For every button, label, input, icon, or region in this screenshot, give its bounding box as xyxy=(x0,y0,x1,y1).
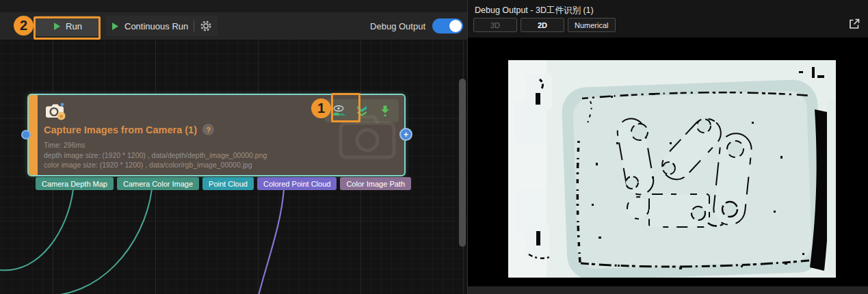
visualize-output-eye-icon[interactable] xyxy=(331,103,346,118)
annotation-step-2: 2 xyxy=(14,16,34,36)
play-icon xyxy=(111,22,119,31)
port-point-cloud[interactable]: Point Cloud xyxy=(202,177,254,190)
tab-3d[interactable]: 3D xyxy=(473,18,517,32)
play-icon xyxy=(53,22,61,31)
download-arrow-icon[interactable] xyxy=(378,103,393,118)
port-camera-depth-map[interactable]: Camera Depth Map xyxy=(36,177,114,190)
app-window: Run Continuous Run Debug Output xyxy=(0,0,868,294)
node-color-line: color image size: (1920 * 1200) , data/c… xyxy=(44,160,267,170)
editor-top-strip xyxy=(0,0,467,12)
svg-text:★: ★ xyxy=(58,113,64,120)
node-depth-line: depth image size: (1920 * 1200) , data/d… xyxy=(44,150,267,161)
debug-output-panel: Debug Output - 3D工件识别 (1) 3D 2D Numerica… xyxy=(467,0,868,294)
port-colored-point-cloud[interactable]: Colored Point Cloud xyxy=(257,177,337,190)
debug-output-label: Debug Output xyxy=(370,21,425,31)
node-capture-images-from-camera[interactable]: ★ Capture Images from Camera (1) ? Time:… xyxy=(27,94,406,176)
debug-output-toggle[interactable] xyxy=(432,18,463,34)
open-in-new-window-icon[interactable] xyxy=(847,17,861,31)
continuous-run-label[interactable]: Continuous Run xyxy=(124,21,188,31)
debug-panel-bottom-bar xyxy=(468,286,868,294)
node-time-line: Time: 296ms xyxy=(44,140,267,150)
run-settings-gear-icon[interactable] xyxy=(200,20,212,32)
toolbar-separator xyxy=(194,21,194,31)
collapse-chevrons-icon[interactable] xyxy=(354,103,369,118)
toggle-knob xyxy=(449,20,462,32)
camera-star-icon: ★ xyxy=(44,101,67,123)
help-badge[interactable]: ? xyxy=(202,124,214,135)
port-color-image-path[interactable]: Color Image Path xyxy=(340,177,411,190)
node-output-ports: Camera Depth Map Camera Color Image Poin… xyxy=(36,177,411,190)
run-button-label: Run xyxy=(66,21,82,31)
depth-map-image xyxy=(508,60,836,278)
node-title: Capture Images from Camera (1) xyxy=(44,124,197,135)
debug-panel-tabs: 3D 2D Numerical xyxy=(473,18,616,32)
node-action-icons xyxy=(325,99,399,122)
tab-2d[interactable]: 2D xyxy=(521,18,564,32)
node-title-row: Capture Images from Camera (1) ? xyxy=(44,124,214,135)
node-add-port[interactable]: + xyxy=(399,128,412,141)
node-details: Time: 296ms depth image size: (1920 * 12… xyxy=(44,140,267,170)
debug-output-group: Debug Output xyxy=(370,18,463,34)
debug-image-viewport[interactable] xyxy=(468,38,868,286)
continuous-run-group: Continuous Run xyxy=(106,16,218,36)
annotation-step-1: 1 xyxy=(311,98,331,118)
debug-panel-header: Debug Output - 3D工件识别 (1) 3D 2D Numerica… xyxy=(468,0,868,38)
editor-toolbar: Run Continuous Run Debug Output xyxy=(0,12,467,40)
node-input-port[interactable] xyxy=(21,130,31,139)
debug-panel-title: Debug Output - 3D工件识别 (1) xyxy=(468,0,868,16)
graph-editor-pane: Run Continuous Run Debug Output xyxy=(0,0,467,294)
port-camera-color-image[interactable]: Camera Color Image xyxy=(117,177,199,190)
canvas-vertical-scrollbar[interactable] xyxy=(459,79,466,247)
continuous-run-button[interactable] xyxy=(111,22,119,31)
run-button[interactable]: Run xyxy=(36,16,100,36)
tab-numerical[interactable]: Numerical xyxy=(568,18,616,32)
